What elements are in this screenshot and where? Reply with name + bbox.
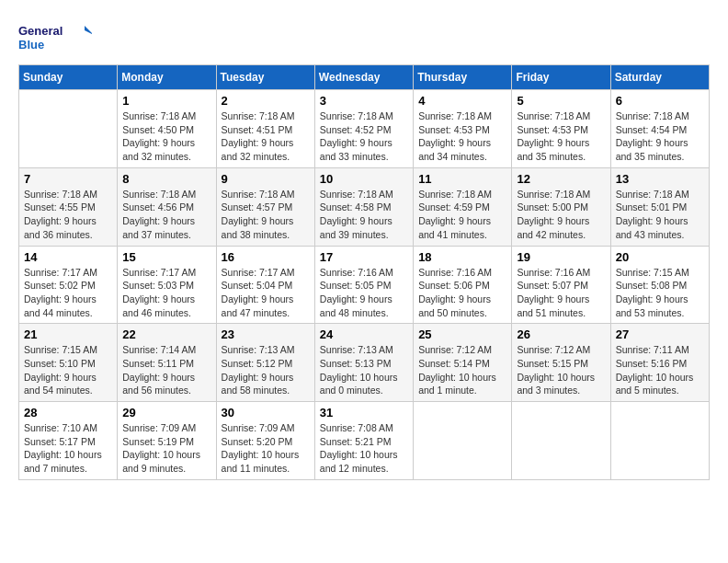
day-info: Sunrise: 7:18 AMSunset: 5:01 PMDaylight:… (616, 188, 704, 242)
calendar-cell (414, 402, 512, 480)
day-info: Sunrise: 7:18 AMSunset: 4:52 PMDaylight:… (320, 109, 408, 164)
calendar-cell: 24Sunrise: 7:13 AMSunset: 5:13 PMDayligh… (314, 324, 413, 402)
weekday-header-monday: Monday (118, 65, 216, 90)
calendar-cell: 22Sunrise: 7:14 AMSunset: 5:11 PMDayligh… (118, 324, 216, 402)
day-info: Sunrise: 7:12 AMSunset: 5:14 PMDaylight:… (418, 343, 506, 397)
day-number: 14 (24, 250, 112, 264)
calendar-cell: 27Sunrise: 7:11 AMSunset: 5:16 PMDayligh… (610, 324, 709, 402)
day-number: 29 (122, 406, 210, 419)
day-number: 30 (222, 406, 310, 419)
day-number: 17 (320, 250, 408, 264)
day-info: Sunrise: 7:18 AMSunset: 4:50 PMDaylight:… (122, 109, 210, 164)
day-info: Sunrise: 7:12 AMSunset: 5:15 PMDaylight:… (517, 343, 605, 397)
day-info: Sunrise: 7:18 AMSunset: 5:00 PMDaylight:… (517, 188, 605, 242)
calendar-cell: 14Sunrise: 7:17 AMSunset: 5:02 PMDayligh… (19, 246, 118, 324)
day-number: 12 (517, 172, 605, 186)
day-info: Sunrise: 7:18 AMSunset: 4:56 PMDaylight:… (122, 188, 210, 242)
week-row-2: 7Sunrise: 7:18 AMSunset: 4:55 PMDaylight… (19, 167, 710, 246)
day-number: 23 (222, 327, 310, 341)
day-info: Sunrise: 7:08 AMSunset: 5:21 PMDaylight:… (320, 421, 408, 476)
calendar-cell: 5Sunrise: 7:18 AMSunset: 4:53 PMDaylight… (512, 90, 610, 168)
day-number: 11 (418, 172, 506, 186)
day-info: Sunrise: 7:11 AMSunset: 5:16 PMDaylight:… (616, 343, 704, 397)
week-row-5: 28Sunrise: 7:10 AMSunset: 5:17 PMDayligh… (19, 402, 710, 480)
calendar-cell (19, 90, 118, 168)
week-row-1: 1Sunrise: 7:18 AMSunset: 4:50 PMDaylight… (19, 90, 710, 168)
day-number: 16 (222, 250, 310, 264)
day-info: Sunrise: 7:17 AMSunset: 5:02 PMDaylight:… (24, 266, 112, 320)
day-info: Sunrise: 7:18 AMSunset: 4:51 PMDaylight:… (222, 109, 310, 164)
day-number: 22 (122, 327, 210, 341)
calendar-cell: 13Sunrise: 7:18 AMSunset: 5:01 PMDayligh… (610, 167, 709, 246)
calendar-cell: 28Sunrise: 7:10 AMSunset: 5:17 PMDayligh… (19, 402, 118, 480)
day-info: Sunrise: 7:16 AMSunset: 5:07 PMDaylight:… (517, 266, 605, 320)
day-info: Sunrise: 7:16 AMSunset: 5:05 PMDaylight:… (320, 266, 408, 320)
week-row-4: 21Sunrise: 7:15 AMSunset: 5:10 PMDayligh… (19, 324, 710, 402)
day-info: Sunrise: 7:13 AMSunset: 5:12 PMDaylight:… (222, 343, 310, 397)
day-number: 8 (122, 172, 210, 186)
day-number: 4 (418, 94, 506, 108)
page-header: General Blue (18, 18, 710, 55)
calendar-cell: 12Sunrise: 7:18 AMSunset: 5:00 PMDayligh… (512, 167, 610, 246)
day-number: 27 (616, 327, 704, 341)
calendar-cell: 2Sunrise: 7:18 AMSunset: 4:51 PMDaylight… (216, 90, 314, 168)
day-number: 31 (320, 406, 408, 419)
day-info: Sunrise: 7:17 AMSunset: 5:04 PMDaylight:… (222, 266, 310, 320)
week-row-3: 14Sunrise: 7:17 AMSunset: 5:02 PMDayligh… (19, 246, 710, 324)
calendar-cell: 29Sunrise: 7:09 AMSunset: 5:19 PMDayligh… (118, 402, 216, 480)
day-info: Sunrise: 7:17 AMSunset: 5:03 PMDaylight:… (122, 266, 210, 320)
calendar-cell: 6Sunrise: 7:18 AMSunset: 4:54 PMDaylight… (610, 90, 709, 168)
day-number: 19 (517, 250, 605, 264)
calendar-cell: 30Sunrise: 7:09 AMSunset: 5:20 PMDayligh… (216, 402, 314, 480)
day-info: Sunrise: 7:15 AMSunset: 5:08 PMDaylight:… (616, 266, 704, 320)
day-number: 21 (24, 327, 112, 341)
day-info: Sunrise: 7:13 AMSunset: 5:13 PMDaylight:… (320, 343, 408, 397)
weekday-header-sunday: Sunday (19, 65, 118, 90)
logo-svg: General Blue (18, 18, 92, 55)
calendar-cell: 19Sunrise: 7:16 AMSunset: 5:07 PMDayligh… (512, 246, 610, 324)
calendar-cell: 11Sunrise: 7:18 AMSunset: 4:59 PMDayligh… (414, 167, 512, 246)
day-info: Sunrise: 7:09 AMSunset: 5:20 PMDaylight:… (222, 421, 310, 476)
calendar-cell: 23Sunrise: 7:13 AMSunset: 5:12 PMDayligh… (216, 324, 314, 402)
day-info: Sunrise: 7:10 AMSunset: 5:17 PMDaylight:… (24, 421, 112, 476)
weekday-header-wednesday: Wednesday (314, 65, 413, 90)
calendar-cell: 26Sunrise: 7:12 AMSunset: 5:15 PMDayligh… (512, 324, 610, 402)
logo: General Blue (18, 18, 92, 55)
svg-text:Blue: Blue (18, 38, 44, 52)
calendar-cell: 15Sunrise: 7:17 AMSunset: 5:03 PMDayligh… (118, 246, 216, 324)
weekday-header-row: SundayMondayTuesdayWednesdayThursdayFrid… (19, 65, 710, 90)
calendar-cell: 10Sunrise: 7:18 AMSunset: 4:58 PMDayligh… (314, 167, 413, 246)
day-info: Sunrise: 7:15 AMSunset: 5:10 PMDaylight:… (24, 343, 112, 397)
day-number: 9 (222, 172, 310, 186)
day-number: 18 (418, 250, 506, 264)
calendar-cell (512, 402, 610, 480)
weekday-header-thursday: Thursday (414, 65, 512, 90)
day-info: Sunrise: 7:18 AMSunset: 4:59 PMDaylight:… (418, 188, 506, 242)
calendar-cell: 7Sunrise: 7:18 AMSunset: 4:55 PMDaylight… (19, 167, 118, 246)
calendar-cell: 8Sunrise: 7:18 AMSunset: 4:56 PMDaylight… (118, 167, 216, 246)
day-number: 7 (24, 172, 112, 186)
weekday-header-friday: Friday (512, 65, 610, 90)
calendar-cell: 31Sunrise: 7:08 AMSunset: 5:21 PMDayligh… (314, 402, 413, 480)
weekday-header-tuesday: Tuesday (216, 65, 314, 90)
calendar-cell (610, 402, 709, 480)
day-number: 26 (517, 327, 605, 341)
day-info: Sunrise: 7:16 AMSunset: 5:06 PMDaylight:… (418, 266, 506, 320)
day-info: Sunrise: 7:09 AMSunset: 5:19 PMDaylight:… (122, 421, 210, 476)
day-number: 25 (418, 327, 506, 341)
day-info: Sunrise: 7:18 AMSunset: 4:54 PMDaylight:… (616, 109, 704, 164)
day-info: Sunrise: 7:18 AMSunset: 4:53 PMDaylight:… (517, 109, 605, 164)
svg-marker-2 (85, 26, 92, 35)
calendar-table: SundayMondayTuesdayWednesdayThursdayFrid… (18, 64, 710, 480)
weekday-header-saturday: Saturday (610, 65, 709, 90)
day-number: 15 (122, 250, 210, 264)
day-info: Sunrise: 7:18 AMSunset: 4:53 PMDaylight:… (418, 109, 506, 164)
day-info: Sunrise: 7:14 AMSunset: 5:11 PMDaylight:… (122, 343, 210, 397)
calendar-cell: 1Sunrise: 7:18 AMSunset: 4:50 PMDaylight… (118, 90, 216, 168)
day-info: Sunrise: 7:18 AMSunset: 4:57 PMDaylight:… (222, 188, 310, 242)
calendar-cell: 4Sunrise: 7:18 AMSunset: 4:53 PMDaylight… (414, 90, 512, 168)
calendar-cell: 25Sunrise: 7:12 AMSunset: 5:14 PMDayligh… (414, 324, 512, 402)
calendar-cell: 3Sunrise: 7:18 AMSunset: 4:52 PMDaylight… (314, 90, 413, 168)
day-number: 13 (616, 172, 704, 186)
day-number: 3 (320, 94, 408, 108)
